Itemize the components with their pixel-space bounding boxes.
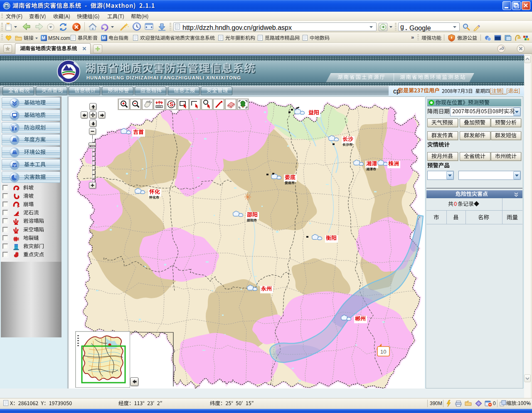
svg-text:?: ? — [158, 100, 161, 105]
svg-text:S: S — [170, 101, 173, 108]
svg-text:10: 10 — [380, 349, 386, 355]
